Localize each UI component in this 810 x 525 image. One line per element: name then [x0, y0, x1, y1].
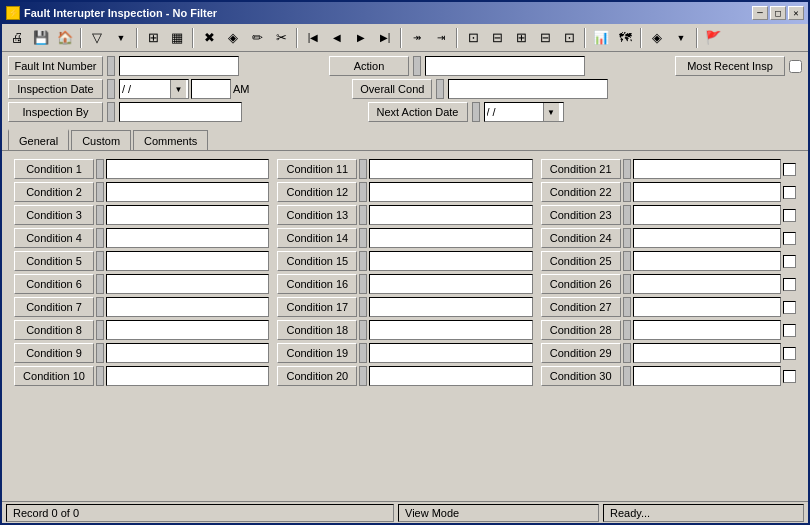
conditions-grid: Condition 1 Condition 2 Condition 3 Cond…	[10, 159, 800, 493]
condition-24-input[interactable]	[633, 228, 781, 248]
condition-29-check[interactable]	[783, 347, 796, 360]
time-input[interactable]	[191, 79, 231, 99]
map-button[interactable]: 🗺	[614, 27, 636, 49]
jump1-button[interactable]: ↠	[406, 27, 428, 49]
sort4-button[interactable]: ⊟	[534, 27, 556, 49]
condition-2-input[interactable]	[106, 182, 269, 202]
condition-15-input[interactable]	[369, 251, 532, 271]
next-action-combo[interactable]: ▼	[484, 102, 564, 122]
ready-text: Ready...	[610, 507, 650, 519]
condition-5-input[interactable]	[106, 251, 269, 271]
date-dropdown-btn[interactable]: ▼	[170, 80, 186, 98]
home-button[interactable]: 🏠	[54, 27, 76, 49]
condition-23-indicator	[623, 205, 631, 225]
filter-dropdown-button[interactable]: ▼	[110, 27, 132, 49]
sort3-button[interactable]: ⊞	[510, 27, 532, 49]
date-dropdown[interactable]: ▼	[119, 79, 189, 99]
condition-23-check[interactable]	[783, 209, 796, 222]
chart-button[interactable]: 📊	[590, 27, 612, 49]
condition-21-input[interactable]	[633, 159, 781, 179]
nav-prev-button[interactable]: ◀	[326, 27, 348, 49]
sort5-button[interactable]: ⊡	[558, 27, 580, 49]
nav-next-button[interactable]: ▶	[350, 27, 372, 49]
delete-button[interactable]: ✖	[198, 27, 220, 49]
condition-27-indicator	[623, 297, 631, 317]
condition-20-input[interactable]	[369, 366, 532, 386]
condition-19-input[interactable]	[369, 343, 532, 363]
form-area: Fault Int Number Action Most Recent Insp…	[2, 52, 808, 129]
condition-4-input[interactable]	[106, 228, 269, 248]
sort2-button[interactable]: ⊟	[486, 27, 508, 49]
pen-button[interactable]: ✏	[246, 27, 268, 49]
condition-27-check[interactable]	[783, 301, 796, 314]
nav-last-button[interactable]: ▶|	[374, 27, 396, 49]
condition-21-check[interactable]	[783, 163, 796, 176]
status-bar: Record 0 of 0 View Mode Ready...	[2, 501, 808, 523]
condition-16-input[interactable]	[369, 274, 532, 294]
condition-28-input[interactable]	[633, 320, 781, 340]
condition-30-check[interactable]	[783, 370, 796, 383]
date-input[interactable]	[120, 80, 170, 98]
close-button[interactable]: ✕	[788, 6, 804, 20]
overall-cond-input[interactable]	[448, 79, 608, 99]
condition-29-input[interactable]	[633, 343, 781, 363]
save-button[interactable]: 💾	[30, 27, 52, 49]
condition-22-check[interactable]	[783, 186, 796, 199]
tab-comments[interactable]: Comments	[133, 130, 208, 150]
conditions-col-1: Condition 1 Condition 2 Condition 3 Cond…	[10, 159, 273, 493]
jump2-button[interactable]: ⇥	[430, 27, 452, 49]
condition-12-input[interactable]	[369, 182, 532, 202]
condition-26-input[interactable]	[633, 274, 781, 294]
condition-1-indicator	[96, 159, 104, 179]
condition-9-input[interactable]	[106, 343, 269, 363]
condition-8-input[interactable]	[106, 320, 269, 340]
layers-button[interactable]: ◈	[222, 27, 244, 49]
condition-26-check[interactable]	[783, 278, 796, 291]
condition-28-check[interactable]	[783, 324, 796, 337]
filter-button[interactable]: ▽	[86, 27, 108, 49]
grid-button[interactable]: ⊞	[142, 27, 164, 49]
condition-27-input[interactable]	[633, 297, 781, 317]
condition-25-input[interactable]	[633, 251, 781, 271]
condition-6-input[interactable]	[106, 274, 269, 294]
next-action-dropdown-btn[interactable]: ▼	[543, 103, 559, 121]
condition-14-input[interactable]	[369, 228, 532, 248]
fault-int-input[interactable]	[119, 56, 239, 76]
sort1-button[interactable]: ⊡	[462, 27, 484, 49]
condition-18-input[interactable]	[369, 320, 532, 340]
condition-row-27: Condition 27	[541, 297, 796, 317]
condition-11-input[interactable]	[369, 159, 532, 179]
tab-custom[interactable]: Custom	[71, 130, 131, 150]
condition-15-label: Condition 15	[277, 251, 357, 271]
print-button[interactable]: 🖨	[6, 27, 28, 49]
dropdown2-button[interactable]: ▼	[670, 27, 692, 49]
next-action-input[interactable]	[485, 103, 543, 121]
ready-status: Ready...	[603, 504, 804, 522]
flag-button[interactable]: 🚩	[702, 27, 724, 49]
condition-12-label: Condition 12	[277, 182, 357, 202]
condition-17-input[interactable]	[369, 297, 532, 317]
gem-button[interactable]: ◈	[646, 27, 668, 49]
condition-10-input[interactable]	[106, 366, 269, 386]
action-input[interactable]	[425, 56, 585, 76]
title-bar: ⚡ Fault Interupter Inspection - No Filte…	[2, 2, 808, 24]
condition-3-input[interactable]	[106, 205, 269, 225]
columns-button[interactable]: ▦	[166, 27, 188, 49]
nav-first-button[interactable]: |◀	[302, 27, 324, 49]
scissors-button[interactable]: ✂	[270, 27, 292, 49]
condition-25-check[interactable]	[783, 255, 796, 268]
condition-22-input[interactable]	[633, 182, 781, 202]
condition-13-input[interactable]	[369, 205, 532, 225]
condition-7-input[interactable]	[106, 297, 269, 317]
condition-8-indicator	[96, 320, 104, 340]
condition-23-input[interactable]	[633, 205, 781, 225]
view-mode-text: View Mode	[405, 507, 459, 519]
condition-24-check[interactable]	[783, 232, 796, 245]
condition-1-input[interactable]	[106, 159, 269, 179]
minimize-button[interactable]: ─	[752, 6, 768, 20]
most-recent-checkbox[interactable]	[789, 60, 802, 73]
restore-button[interactable]: □	[770, 6, 786, 20]
inspection-by-input[interactable]	[119, 102, 242, 122]
tab-general[interactable]: General	[8, 129, 69, 150]
condition-30-input[interactable]	[633, 366, 781, 386]
